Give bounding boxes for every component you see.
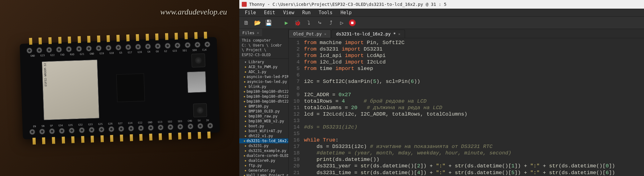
menu-tools[interactable]: Tools: [315, 9, 336, 16]
line-gutter: 1 2 3 4 5 6 7 8 9 10 11 12 13 14 15 16 1…: [289, 38, 302, 176]
file-item[interactable]: blink.py: [239, 84, 288, 89]
close-tab-icon[interactable]: ✕: [324, 32, 326, 36]
save-file-button[interactable]: 💾: [265, 19, 273, 27]
thonny-ide: Thonny - C:\Users\icebr\Project\ESP32-C3…: [239, 0, 644, 176]
esp32-board: GNDG23G22TXDRXDG21GNDG19G18G5G17G16G4G0G…: [19, 37, 220, 139]
files-tab-header[interactable]: Files ✕: [239, 29, 262, 37]
file-item[interactable]: dualCore0.py: [239, 158, 288, 163]
new-file-button[interactable]: 🗎: [242, 19, 250, 27]
step-out-button[interactable]: ⤴: [327, 19, 335, 27]
menu-help[interactable]: Help: [337, 9, 355, 16]
file-item[interactable]: dualCore-core0-OLED+core1_BMP: [239, 153, 288, 158]
menu-bar: FileEditViewRunToolsHelp: [239, 9, 644, 17]
files-tab-label: Files: [242, 31, 254, 35]
file-item[interactable]: asyncio-two-led.py: [239, 79, 288, 84]
boot-button: [191, 53, 205, 68]
run-button[interactable]: ▶: [282, 19, 290, 27]
file-item[interactable]: bmp180_WEB_v2.py: [239, 119, 288, 124]
file-item[interactable]: ds3231-to-lcd_16x2.py: [239, 138, 288, 143]
debug-button[interactable]: 🐞: [294, 19, 302, 27]
file-item[interactable]: ftp.py: [239, 163, 288, 168]
open-file-button[interactable]: 📂: [253, 19, 261, 27]
step-over-button[interactable]: ⤵: [305, 19, 313, 27]
code-area[interactable]: 1 2 3 4 5 6 7 8 9 10 11 12 13 14 15 16 1…: [289, 38, 644, 176]
file-item[interactable]: BMP180.py: [239, 104, 288, 109]
menu-view[interactable]: View: [279, 9, 298, 16]
file-item[interactable]: ACD_to_PWM.py: [239, 64, 288, 69]
resume-button[interactable]: ▷: [338, 19, 346, 27]
hardware-photo-panel: www.ardudevelop.eu GNDG23G22TXDRXDG21GND…: [0, 0, 239, 176]
stop-button[interactable]: ⏹: [349, 19, 356, 26]
files-panel: Files ✕ This computerC: \ Users \ icebr …: [239, 29, 289, 176]
file-item[interactable]: ADC_1.py: [239, 69, 288, 74]
mcu-chip: [116, 73, 145, 102]
editor-panel: Oled_Pot.py✕ds3231-to-lcd_16x2.py *✕ 1 2…: [289, 29, 644, 176]
file-item[interactable]: dht22_v1.py: [239, 133, 288, 138]
file-item[interactable]: Generator.py: [239, 168, 288, 173]
toolbar: 🗎 📂 💾 ▶ 🐞 ⤵ ⤷ ⤴ ▷ ⏹: [239, 17, 644, 29]
file-item[interactable]: boot_WiFi+AT.py: [239, 129, 288, 133]
file-item[interactable]: Library: [239, 59, 288, 64]
en-button: [193, 103, 207, 117]
file-item[interactable]: asyncio-two-led-PIR.py: [239, 74, 288, 79]
app-icon: [242, 2, 247, 7]
close-icon[interactable]: ✕: [257, 31, 259, 35]
step-into-button[interactable]: ⤷: [316, 19, 324, 27]
menu-edit[interactable]: Edit: [260, 9, 279, 16]
code-text[interactable]: from machine import Pin, SoftI2C from ds…: [302, 38, 644, 176]
files-path[interactable]: This computerC: \ Users \ icebr \ Projec…: [239, 37, 288, 59]
file-item[interactable]: bmp180-bmp180-dht22-WEB_v2.p: [239, 94, 288, 99]
file-item[interactable]: bmp180_raw.py: [239, 114, 288, 119]
menu-run[interactable]: Run: [298, 9, 314, 16]
window-title: Thonny - C:\Users\icebr\Project\ESP32-C3…: [249, 2, 447, 7]
editor-tabs: Oled_Pot.py✕ds3231-to-lcd_16x2.py *✕: [289, 29, 644, 38]
micro-usb-port: [187, 71, 206, 93]
watermark-text: www.ardudevelop.eu: [160, 7, 227, 17]
file-item[interactable]: ds3231.py: [239, 143, 288, 148]
esp32-module: ESP32-WROOM-32: [42, 59, 99, 120]
editor-tab[interactable]: ds3231-to-lcd_16x2.py *✕: [331, 30, 405, 38]
module-label: ESP32-WROOM-32: [43, 63, 47, 86]
file-item[interactable]: boot.py: [239, 124, 288, 129]
file-item[interactable]: BMP180_OLED.py: [239, 109, 288, 114]
file-tree[interactable]: LibraryACD_to_PWM.pyADC_1.pyasyncio-two-…: [239, 59, 288, 176]
file-item[interactable]: bmp180-bmp180-dht22-WEB_v3.p: [239, 99, 288, 104]
menu-file[interactable]: File: [241, 9, 260, 16]
file-item[interactable]: Hall_Lamp_Project.py: [239, 173, 288, 176]
editor-tab[interactable]: Oled_Pot.py✕: [289, 30, 331, 38]
window-titlebar[interactable]: Thonny - C:\Users\icebr\Project\ESP32-C3…: [239, 0, 644, 9]
file-item[interactable]: ds3231_example.py: [239, 148, 288, 153]
close-tab-icon[interactable]: ✕: [398, 32, 400, 36]
file-item[interactable]: bmp180-bmp180-dht22-WEB.py: [239, 89, 288, 94]
